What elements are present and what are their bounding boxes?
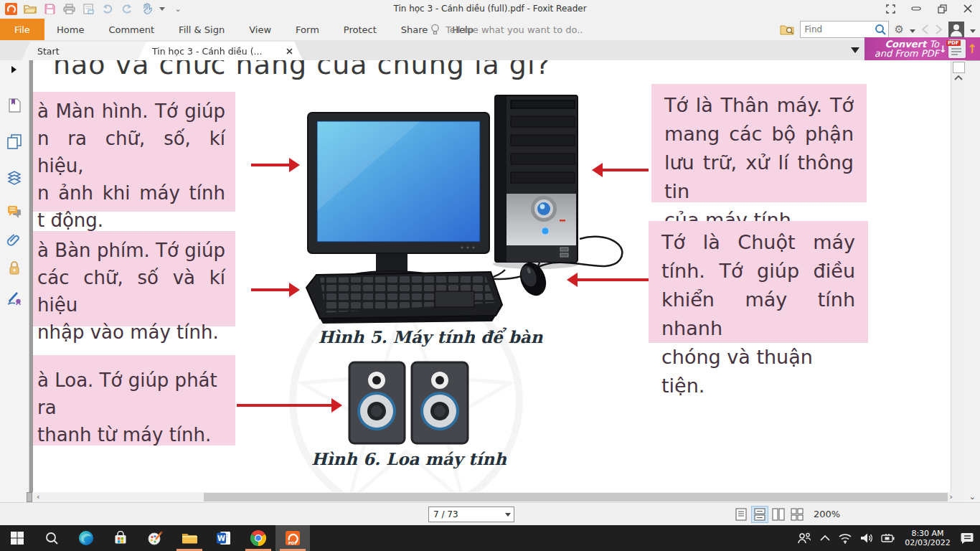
upload-arrow-icon: ↑ xyxy=(967,42,977,56)
edge-icon[interactable] xyxy=(69,525,103,551)
forward-icon[interactable] xyxy=(935,24,943,34)
document-tab-bar: Start Tin học 3 - Cánh diều (... Convert… xyxy=(0,40,980,61)
foxit-reader-taskbar-icon[interactable]: PDF xyxy=(275,525,310,551)
facing-view-button[interactable] xyxy=(771,507,786,522)
battery-icon[interactable] xyxy=(881,533,895,543)
continuous-view-button[interactable] xyxy=(752,507,768,522)
full-screen-button[interactable] xyxy=(884,2,897,15)
page-dropdown-icon[interactable] xyxy=(505,513,511,519)
single-page-view-button[interactable] xyxy=(733,507,749,522)
tab-file[interactable]: File xyxy=(0,19,44,40)
word-icon[interactable]: W xyxy=(207,525,241,551)
file-explorer-icon[interactable] xyxy=(172,525,207,551)
banner-line2-text: and From PDF xyxy=(875,48,939,59)
gear-icon[interactable]: ⚙ xyxy=(895,23,904,36)
security-icon[interactable] xyxy=(6,260,22,276)
status-bar: 7 / 73 200% xyxy=(0,502,980,526)
wifi-icon[interactable] xyxy=(838,532,852,544)
zoom-level[interactable]: 200% xyxy=(814,509,848,519)
callout-mouse: Tớ là Chuột máy tính. Tớ giúp điều khiển… xyxy=(649,221,868,343)
windows-taskbar: W PDF 8:30 AM 02/03/2022 xyxy=(0,525,980,551)
system-tray: 8:30 AM 02/03/2022 xyxy=(796,525,980,551)
callout-speaker: à Loa. Tớ giúp phát ra thanh từ máy tính… xyxy=(33,355,235,446)
tab-home[interactable]: Home xyxy=(44,19,96,40)
scroll-down-icon[interactable]: ⌄ xyxy=(969,492,976,502)
lightbulb-icon xyxy=(430,24,440,35)
paint-3d-icon[interactable] xyxy=(138,525,172,551)
avatar-dropdown[interactable] xyxy=(970,29,976,36)
search-icon[interactable] xyxy=(875,24,886,35)
close-tab-icon[interactable] xyxy=(286,48,293,55)
find-box xyxy=(800,21,889,38)
speakers xyxy=(349,362,468,443)
start-button[interactable] xyxy=(0,525,34,551)
pdf-file-icon: PDF xyxy=(948,39,966,58)
arrow-to-keyboard xyxy=(251,288,297,291)
attachments-icon[interactable] xyxy=(6,232,22,248)
figure-6-caption: Hình 6. Loa máy tính xyxy=(301,449,517,468)
people-icon[interactable] xyxy=(796,532,812,545)
figure-5-caption: Hình 5. Máy tính để bàn xyxy=(287,327,574,347)
vertical-scrollbar-thumb[interactable] xyxy=(953,62,965,73)
page-thumbnails-icon[interactable] xyxy=(6,133,22,149)
convert-pdf-banner[interactable]: Convert Toand From PDF ↓ PDF ↑ xyxy=(864,37,980,60)
pane-grip[interactable] xyxy=(27,492,32,502)
tab-fill-sign[interactable]: Fill & Sign xyxy=(166,19,237,40)
close-button[interactable] xyxy=(961,2,974,15)
tell-me-box[interactable]: Tell me what you want to do.. xyxy=(430,19,583,40)
vertical-scrollbar[interactable] xyxy=(951,60,966,492)
signature-icon[interactable] xyxy=(6,290,22,306)
comments-icon[interactable] xyxy=(6,204,22,220)
foxit-reader-window: ⌄ Tin học 3 - Cánh diều (full).pdf - Fox… xyxy=(0,0,980,551)
arrow-to-tower xyxy=(595,169,649,171)
navigation-sidebar xyxy=(0,60,29,502)
taskbar-search-icon[interactable] xyxy=(34,525,69,551)
tab-list-dropdown[interactable] xyxy=(851,47,859,57)
hidden-icons-chevron[interactable] xyxy=(819,534,831,542)
avatar[interactable] xyxy=(948,22,964,37)
ribbon-tab-bar: File Home Comment Fill & Sign View Form … xyxy=(0,19,980,40)
clock-time: 8:30 AM xyxy=(911,529,943,538)
taskbar-clock[interactable]: 8:30 AM 02/03/2022 xyxy=(903,529,953,547)
horizontal-scrollbar[interactable]: ‹ › ⌄ xyxy=(29,492,966,502)
find-input[interactable] xyxy=(804,23,874,36)
expand-panel-icon[interactable] xyxy=(11,66,20,73)
tab-view[interactable]: View xyxy=(237,19,283,40)
monitor xyxy=(308,113,489,293)
volume-icon[interactable] xyxy=(859,532,874,544)
scroll-up-icon[interactable] xyxy=(954,75,963,81)
action-center-icon[interactable] xyxy=(960,532,974,545)
keyboard xyxy=(306,272,502,324)
tab-form[interactable]: Form xyxy=(283,19,331,40)
search-folder-icon[interactable] xyxy=(780,24,794,35)
callout-keyboard: à Bàn phím. Tớ giúp các chữ, số và kí hi… xyxy=(33,231,235,326)
callout-monitor: à Màn hình. Tớ giúp n ra chữ, số, kí hiệ… xyxy=(33,92,235,212)
document-area: nào và chức năng của chúng là gì? xyxy=(29,60,966,492)
computer-tower xyxy=(493,95,579,269)
layers-icon[interactable] xyxy=(6,169,22,185)
microsoft-store-icon[interactable] xyxy=(103,525,138,551)
scroll-left-icon[interactable]: ‹ xyxy=(37,492,39,502)
tab-comment[interactable]: Comment xyxy=(96,19,166,40)
bookmarks-icon[interactable] xyxy=(6,98,22,113)
chrome-icon[interactable] xyxy=(241,525,275,551)
restore-button[interactable] xyxy=(936,2,948,15)
svg-text:PDF: PDF xyxy=(288,541,298,545)
scroll-right-icon[interactable]: › xyxy=(950,492,953,502)
back-icon[interactable] xyxy=(921,24,929,34)
minimize-button[interactable] xyxy=(910,2,923,15)
tab-protect[interactable]: Protect xyxy=(331,19,389,40)
gear-dropdown[interactable] xyxy=(910,29,915,36)
continuous-facing-view-button[interactable] xyxy=(789,507,805,522)
window-title: Tin học 3 - Cánh diều (full).pdf - Foxit… xyxy=(0,4,980,14)
pdf-page: nào và chức năng của chúng là gì? xyxy=(33,60,966,492)
arrow-to-mouse xyxy=(570,278,649,281)
arrow-to-speakers xyxy=(237,404,339,407)
title-bar: ⌄ Tin học 3 - Cánh diều (full).pdf - Fox… xyxy=(0,0,980,19)
page-number-field[interactable]: 7 / 73 xyxy=(428,507,514,522)
clock-date: 02/03/2022 xyxy=(905,538,950,547)
svg-text:W: W xyxy=(217,534,225,542)
tab-document-active[interactable]: Tin học 3 - Cánh diều (... xyxy=(138,42,303,60)
horizontal-scrollbar-thumb[interactable] xyxy=(204,493,948,501)
arrow-to-monitor xyxy=(251,164,297,166)
